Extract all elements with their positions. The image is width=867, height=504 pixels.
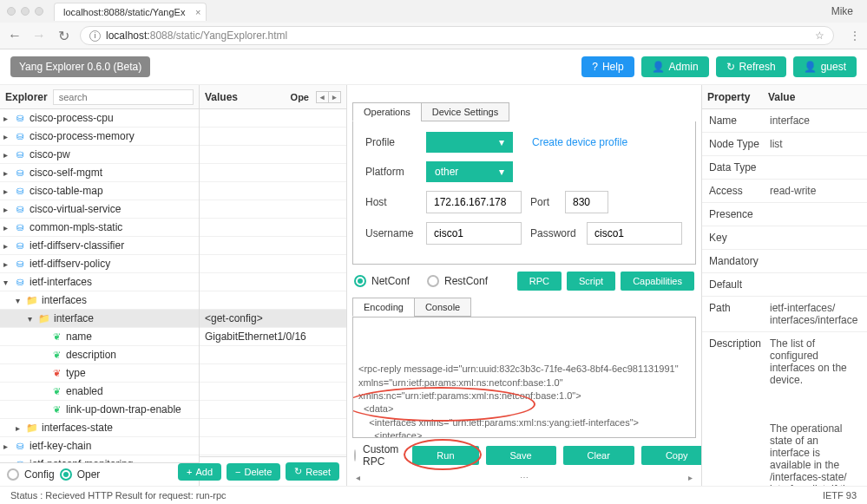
tree-row[interactable]: ▾⛁ietf-interfaces [0, 273, 199, 291]
delete-button[interactable]: −Delete [227, 463, 280, 481]
admin-button[interactable]: 👤Admin [641, 56, 709, 77]
refresh-button[interactable]: ↻Refresh [716, 56, 786, 77]
tree-label: common-mpls-static [30, 221, 122, 233]
toggle-icon[interactable]: ▸ [3, 168, 12, 178]
tab-encoding[interactable]: Encoding [352, 298, 415, 317]
value-cell[interactable] [200, 383, 346, 401]
toggle-icon[interactable]: ▸ [3, 150, 12, 160]
toggle-icon[interactable]: ▸ [3, 241, 12, 251]
tab-device-settings[interactable]: Device Settings [421, 102, 509, 121]
window-controls[interactable] [7, 7, 43, 16]
tree-row[interactable]: ❦description [0, 346, 199, 364]
value-cell[interactable] [200, 419, 346, 437]
toggle-icon[interactable]: ▸ [3, 187, 12, 196]
browser-tab[interactable]: localhost:8088/static/YangEx × [54, 3, 207, 21]
value-cell[interactable] [200, 219, 346, 237]
script-button[interactable]: Script [567, 272, 615, 291]
reset-button[interactable]: ↻Reset [286, 462, 339, 481]
tree-row[interactable]: ▸⛁ietf-netconf-monitoring [0, 455, 199, 462]
tree-row[interactable]: ▸⛁cisco-virtual-service [0, 200, 199, 219]
value-cell[interactable] [200, 182, 346, 200]
run-button[interactable]: Run [412, 446, 478, 465]
value-cell[interactable] [200, 164, 346, 182]
tree-row[interactable]: ❦name [0, 328, 199, 346]
tree-row[interactable]: ▸⛁ietf-key-chain [0, 437, 199, 455]
tab-console[interactable]: Console [414, 298, 471, 317]
value-cell[interactable] [200, 146, 346, 164]
toggle-icon[interactable]: ▸ [3, 259, 12, 269]
max-dot[interactable] [35, 7, 43, 16]
close-dot[interactable] [7, 7, 16, 16]
copy-button[interactable]: Copy [641, 446, 701, 465]
value-cell[interactable] [200, 200, 346, 219]
tab-operations[interactable]: Operations [352, 102, 422, 121]
console-output[interactable]: <rpc-reply message-id="urn:uuid:832c3b3c… [352, 317, 696, 438]
tree-row[interactable]: ▾📁interface [0, 310, 199, 328]
tree-row[interactable]: ▸⛁cisco-pw [0, 146, 199, 164]
tab-close-icon[interactable]: × [195, 7, 200, 17]
value-cell[interactable] [200, 128, 346, 146]
create-profile-link[interactable]: Create device profile [532, 136, 627, 148]
value-cell[interactable] [200, 291, 346, 310]
port-input[interactable] [565, 191, 608, 213]
value-cell[interactable] [200, 255, 346, 273]
url-input[interactable]: i localhost:8088/static/YangExplorer.htm… [80, 26, 834, 45]
netconf-radio[interactable] [354, 275, 366, 287]
value-cell[interactable] [200, 346, 346, 364]
tree-row[interactable]: ▸⛁common-mpls-static [0, 219, 199, 237]
tree-row[interactable]: ▸📁interfaces-state [0, 419, 199, 437]
restconf-radio[interactable] [427, 275, 439, 287]
rpc-button[interactable]: RPC [517, 272, 562, 291]
tree-row[interactable]: ▸⛁ietf-diffserv-classifier [0, 237, 199, 255]
value-cell[interactable]: GigabitEthernet1/0/16 [200, 328, 346, 346]
info-icon[interactable]: i [89, 30, 101, 42]
value-cell[interactable]: <get-config> [200, 310, 346, 328]
value-cell[interactable] [200, 109, 346, 128]
toggle-icon[interactable]: ▸ [3, 132, 12, 141]
search-input[interactable] [53, 89, 194, 105]
tree-row[interactable]: ❦enabled [0, 383, 199, 401]
toggle-icon[interactable]: ▾ [3, 278, 12, 287]
username-input[interactable] [426, 222, 522, 245]
menu-icon[interactable]: ⋮ [850, 29, 860, 42]
toggle-icon[interactable]: ▾ [28, 314, 36, 324]
tree-row[interactable]: ▾📁interfaces [0, 291, 199, 310]
back-icon[interactable]: ← [7, 28, 23, 43]
add-button[interactable]: +Add [178, 463, 221, 481]
value-cell[interactable] [200, 401, 346, 419]
reload-icon[interactable]: ↻ [56, 28, 71, 44]
password-input[interactable] [587, 222, 682, 245]
column-arrows[interactable]: ◂▸ [316, 91, 341, 103]
capabilities-button[interactable]: Capabilities [621, 272, 694, 291]
tree-row[interactable]: ▸⛁cisco-self-mgmt [0, 164, 199, 182]
help-button[interactable]: ?Help [581, 56, 634, 77]
value-cell[interactable] [200, 273, 346, 291]
tree-row[interactable]: ▸⛁cisco-table-map [0, 182, 199, 200]
toggle-icon[interactable]: ▸ [3, 205, 12, 214]
save-button[interactable]: Save [486, 446, 556, 465]
host-input[interactable] [426, 191, 522, 213]
min-dot[interactable] [21, 7, 30, 16]
tree-row[interactable]: ▸⛁cisco-process-cpu [0, 109, 199, 128]
tree-row[interactable]: ▸⛁cisco-process-memory [0, 128, 199, 146]
tree-row[interactable]: ❦type [0, 364, 199, 383]
platform-select[interactable]: other▾ [426, 161, 513, 182]
clear-button[interactable]: Clear [563, 446, 634, 465]
bookmark-icon[interactable]: ☆ [815, 29, 824, 42]
toggle-icon[interactable]: ▸ [3, 442, 12, 451]
tree-row[interactable]: ❦link-up-down-trap-enable [0, 401, 199, 419]
guest-button[interactable]: 👤guest [793, 56, 857, 77]
value-cell[interactable] [200, 237, 346, 255]
custom-rpc-checkbox[interactable] [354, 449, 356, 461]
oper-radio[interactable] [60, 468, 72, 481]
profile-select[interactable]: ▾ [426, 132, 513, 153]
config-radio[interactable] [7, 468, 19, 481]
tree-row[interactable]: ▸⛁ietf-diffserv-policy [0, 255, 199, 273]
value-cell[interactable] [200, 364, 346, 383]
toggle-icon[interactable]: ▸ [16, 423, 24, 433]
toggle-icon[interactable]: ▾ [16, 296, 24, 305]
toggle-icon[interactable]: ▸ [3, 114, 12, 123]
module-tree[interactable]: ▸⛁cisco-process-cpu▸⛁cisco-process-memor… [0, 109, 199, 462]
toggle-icon[interactable]: ▸ [3, 223, 12, 232]
value-cell[interactable] [200, 437, 346, 455]
